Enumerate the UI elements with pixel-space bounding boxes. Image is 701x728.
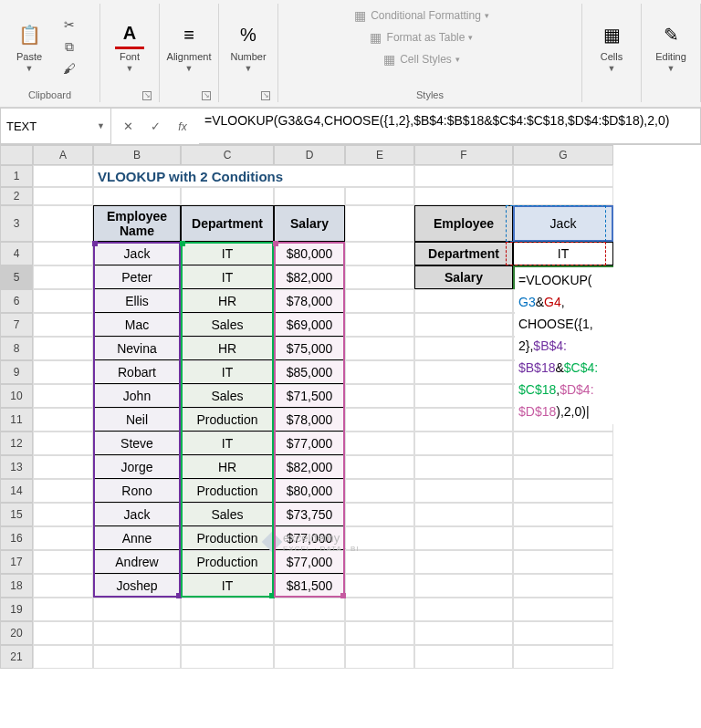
row-header[interactable]: 3 xyxy=(0,205,33,242)
cell[interactable]: Salary xyxy=(274,205,345,242)
cell[interactable] xyxy=(33,313,93,337)
cell[interactable]: $81,500 xyxy=(274,574,345,598)
col-header[interactable]: E xyxy=(345,145,414,165)
cell[interactable] xyxy=(414,574,513,598)
cell[interactable] xyxy=(33,503,93,526)
cell[interactable] xyxy=(274,645,345,669)
row-header[interactable]: 14 xyxy=(0,479,33,503)
dialog-launcher-icon[interactable]: ↘ xyxy=(261,91,270,100)
cell[interactable] xyxy=(33,574,93,598)
cell[interactable] xyxy=(513,187,613,205)
cell[interactable] xyxy=(33,550,93,574)
cell-styles-button[interactable]: ▦Cell Styles▾ xyxy=(380,49,462,69)
cell[interactable] xyxy=(345,479,414,503)
cell[interactable]: Joshep xyxy=(93,574,181,598)
cell[interactable] xyxy=(345,360,414,384)
cell[interactable] xyxy=(345,574,414,598)
cell[interactable]: Production xyxy=(181,550,274,574)
spreadsheet-grid[interactable]: A B C D E F G 12345678910111213141516171… xyxy=(0,145,701,669)
number-button[interactable]: % Number ▼ xyxy=(226,14,270,79)
cell[interactable] xyxy=(93,621,181,645)
row-header[interactable]: 1 xyxy=(0,165,33,187)
cell[interactable] xyxy=(345,455,414,479)
cell[interactable]: Steve xyxy=(93,432,181,455)
cell[interactable]: Jack xyxy=(93,242,181,265)
paste-button[interactable]: 📋 Paste ▼ xyxy=(7,14,51,79)
dialog-launcher-icon[interactable]: ↘ xyxy=(202,91,211,100)
cell[interactable]: IT xyxy=(181,360,274,384)
cell[interactable]: Sales xyxy=(181,384,274,408)
cell[interactable] xyxy=(345,432,414,455)
cell[interactable]: $75,000 xyxy=(274,337,345,360)
cell[interactable] xyxy=(33,455,93,479)
cell[interactable] xyxy=(414,408,513,432)
cell[interactable]: $80,000 xyxy=(274,242,345,265)
row-header[interactable]: 20 xyxy=(0,621,33,645)
cell[interactable] xyxy=(414,550,513,574)
col-header[interactable]: D xyxy=(274,145,345,165)
cell[interactable] xyxy=(345,187,414,205)
cell[interactable]: John xyxy=(93,384,181,408)
cell[interactable]: $82,000 xyxy=(274,265,345,289)
cell[interactable]: Employee Name xyxy=(93,205,181,242)
cell[interactable]: $78,000 xyxy=(274,289,345,313)
cancel-formula-icon[interactable]: ✕ xyxy=(119,120,137,133)
cell[interactable]: HR xyxy=(181,337,274,360)
cell[interactable] xyxy=(345,205,414,242)
row-header[interactable]: 4 xyxy=(0,242,33,265)
cell[interactable] xyxy=(33,432,93,455)
cell[interactable] xyxy=(345,337,414,360)
name-box[interactable]: TEXT ▼ xyxy=(0,108,111,144)
cell[interactable] xyxy=(181,621,274,645)
cell[interactable] xyxy=(345,384,414,408)
cell[interactable]: $82,000 xyxy=(274,455,345,479)
col-header[interactable]: F xyxy=(414,145,513,165)
cell[interactable] xyxy=(274,598,345,621)
cell[interactable]: Peter xyxy=(93,265,181,289)
row-header[interactable]: 6 xyxy=(0,289,33,313)
dialog-launcher-icon[interactable]: ↘ xyxy=(142,91,152,100)
cell[interactable]: Salary xyxy=(414,265,513,289)
copy-icon[interactable]: ⧉ xyxy=(60,37,78,56)
select-all-corner[interactable] xyxy=(0,145,33,165)
cell[interactable] xyxy=(33,187,93,205)
cell[interactable]: Rono xyxy=(93,479,181,503)
cell[interactable] xyxy=(414,337,513,360)
format-as-table-button[interactable]: ▦Format as Table▾ xyxy=(367,27,476,47)
cell[interactable] xyxy=(33,621,93,645)
cell[interactable]: $69,000 xyxy=(274,313,345,337)
cell[interactable] xyxy=(513,165,613,187)
cell[interactable]: IT xyxy=(181,265,274,289)
cell[interactable] xyxy=(513,645,613,669)
cell[interactable] xyxy=(345,289,414,313)
cell[interactable]: IT xyxy=(181,242,274,265)
cell[interactable] xyxy=(33,526,93,550)
cell[interactable]: Department xyxy=(181,205,274,242)
cell[interactable] xyxy=(513,479,613,503)
chevron-down-icon[interactable]: ▼ xyxy=(97,121,105,130)
cell[interactable]: $77,000 xyxy=(274,550,345,574)
cell[interactable] xyxy=(414,526,513,550)
cell[interactable] xyxy=(345,408,414,432)
cell[interactable] xyxy=(181,187,274,205)
row-header[interactable]: 2 xyxy=(0,187,33,205)
cell[interactable]: $78,000 xyxy=(274,408,345,432)
cell[interactable] xyxy=(93,645,181,669)
cell[interactable]: Production xyxy=(181,526,274,550)
cell[interactable]: $80,000 xyxy=(274,479,345,503)
cell[interactable] xyxy=(33,289,93,313)
row-header[interactable]: 9 xyxy=(0,360,33,384)
cell[interactable] xyxy=(414,384,513,408)
cell[interactable] xyxy=(274,187,345,205)
row-header[interactable]: 8 xyxy=(0,337,33,360)
cell[interactable]: $85,000 xyxy=(274,360,345,384)
cut-icon[interactable]: ✂ xyxy=(60,16,78,34)
row-header[interactable]: 7 xyxy=(0,313,33,337)
cell[interactable] xyxy=(93,187,181,205)
row-header[interactable]: 21 xyxy=(0,645,33,669)
cell[interactable]: Sales xyxy=(181,503,274,526)
cell[interactable] xyxy=(513,621,613,645)
cell[interactable]: Ellis xyxy=(93,289,181,313)
cell[interactable] xyxy=(513,550,613,574)
cell[interactable] xyxy=(414,621,513,645)
